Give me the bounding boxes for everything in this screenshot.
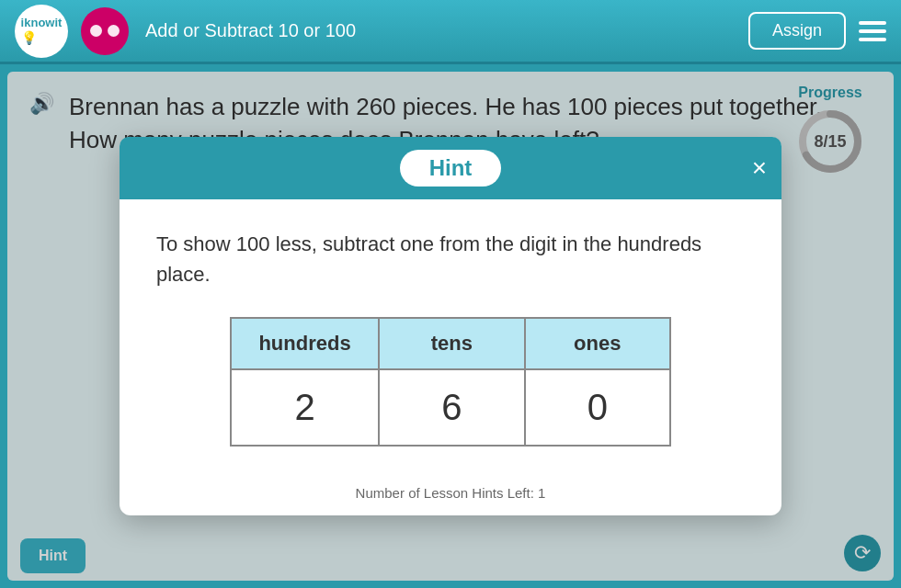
avatar bbox=[81, 7, 129, 55]
table-header-hundreds: hundreds bbox=[231, 318, 379, 369]
modal-body: To show 100 less, subtract one from the … bbox=[120, 199, 781, 474]
modal-title: Hint bbox=[429, 155, 473, 180]
table-row: 2 6 0 bbox=[231, 369, 670, 446]
main-area: 🔊 Brennan has a puzzle with 260 pieces. … bbox=[7, 72, 894, 581]
logo: iknowit 💡 bbox=[15, 5, 68, 58]
menu-button[interactable] bbox=[859, 21, 886, 41]
place-value-table: hundreds tens ones 2 6 0 bbox=[230, 317, 671, 447]
hint-text: To show 100 less, subtract one from the … bbox=[156, 229, 745, 289]
modal-overlay: Hint × To show 100 less, subtract one fr… bbox=[7, 72, 894, 581]
bulb-icon: 💡 bbox=[21, 30, 63, 45]
avatar-dot bbox=[108, 25, 120, 37]
avatar-dots bbox=[90, 25, 120, 37]
menu-bar-3 bbox=[859, 38, 886, 41]
modal-header: Hint × bbox=[120, 137, 781, 199]
hints-remaining-text: Number of Lesson Hints Left: 1 bbox=[356, 485, 546, 501]
table-cell-tens: 6 bbox=[379, 369, 524, 446]
modal-footer: Number of Lesson Hints Left: 1 bbox=[120, 474, 781, 515]
hint-modal: Hint × To show 100 less, subtract one fr… bbox=[120, 137, 781, 515]
menu-bar-1 bbox=[859, 21, 886, 25]
assign-button[interactable]: Assign bbox=[748, 12, 846, 50]
logo-text: iknowit bbox=[21, 17, 63, 29]
lesson-title: Add or Subtract 10 or 100 bbox=[145, 20, 748, 41]
avatar-dot bbox=[90, 25, 102, 37]
table-header-ones: ones bbox=[525, 318, 671, 369]
menu-bar-2 bbox=[859, 29, 886, 33]
table-cell-hundreds: 2 bbox=[231, 369, 379, 446]
modal-close-button[interactable]: × bbox=[752, 155, 767, 181]
table-cell-ones: 0 bbox=[525, 369, 671, 446]
table-header-tens: tens bbox=[379, 318, 524, 369]
modal-title-wrap: Hint bbox=[400, 150, 502, 187]
top-bar: iknowit 💡 Add or Subtract 10 or 100 Assi… bbox=[0, 0, 901, 64]
